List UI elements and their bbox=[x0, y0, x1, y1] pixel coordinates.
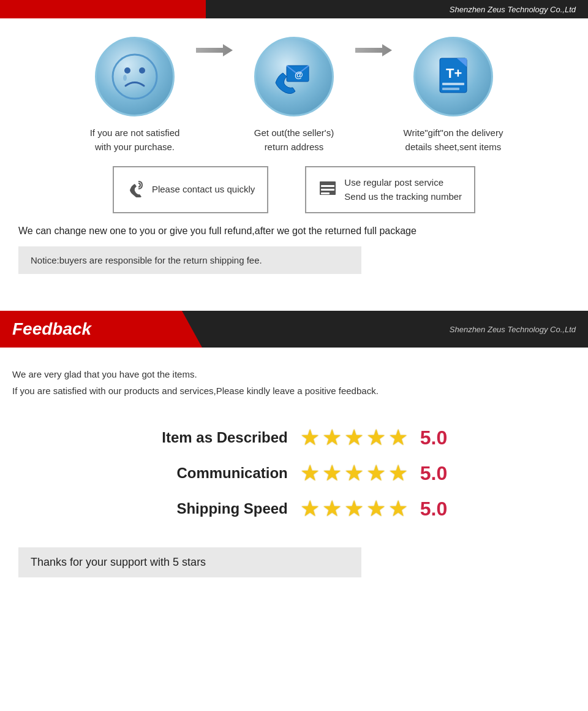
arrow-right-icon bbox=[196, 43, 233, 58]
feedback-intro-line2: If you are satisfied with our products a… bbox=[12, 382, 576, 399]
thanks-box: Thanks for your support with 5 stars bbox=[18, 547, 361, 577]
rating-label-0: Item as Described bbox=[135, 422, 294, 453]
rating-value-0: 5.0 bbox=[414, 422, 453, 453]
rating-stars-2: ★★★★★ bbox=[294, 493, 414, 524]
postal-line1: Use regular post service bbox=[344, 177, 443, 188]
step-1: If you are not satisfiedwith your purcha… bbox=[74, 37, 196, 154]
star-icon: ★ bbox=[388, 460, 408, 486]
star-icon: ★ bbox=[344, 460, 364, 486]
svg-text:T+: T+ bbox=[446, 66, 462, 81]
phone-icon bbox=[126, 179, 145, 197]
action-contact-box: Please contact us quickly bbox=[113, 166, 268, 213]
feedback-intro-line1: We are very glad that you have got the i… bbox=[12, 366, 576, 382]
star-icon: ★ bbox=[300, 460, 320, 486]
feedback-label: Feedback bbox=[0, 311, 202, 348]
rating-stars-1: ★★★★★ bbox=[294, 458, 414, 489]
action-postal-text: Use regular post service Send us the tra… bbox=[344, 176, 462, 203]
phone-email-icon: @ bbox=[270, 52, 318, 101]
steps-row: If you are not satisfiedwith your purcha… bbox=[12, 37, 576, 154]
action-contact-text: Please contact us quickly bbox=[152, 183, 255, 197]
star-icon: ★ bbox=[366, 496, 386, 522]
svg-text:@: @ bbox=[295, 70, 303, 80]
rating-row-0: Item as Described★★★★★5.0 bbox=[135, 422, 453, 453]
postal-service-icon bbox=[318, 179, 337, 201]
feedback-intro: We are very glad that you have got the i… bbox=[12, 366, 576, 399]
feedback-section: We are very glad that you have got the i… bbox=[0, 348, 588, 596]
phone-call-icon bbox=[126, 179, 145, 201]
action-boxes-row: Please contact us quickly Use regular po… bbox=[12, 166, 576, 213]
document-icon-container: T+ bbox=[413, 37, 493, 116]
arrow-2 bbox=[355, 37, 392, 101]
arrow-1 bbox=[196, 37, 233, 101]
star-icon: ★ bbox=[322, 460, 342, 486]
star-icon: ★ bbox=[344, 496, 364, 522]
phone-email-icon-container: @ bbox=[254, 37, 334, 116]
notice-box: Notice:buyers are responsible for the re… bbox=[18, 246, 361, 274]
ratings-table: Item as Described★★★★★5.0Communication★★… bbox=[135, 417, 453, 529]
star-icon: ★ bbox=[366, 425, 386, 451]
svg-marker-7 bbox=[355, 44, 392, 56]
svg-rect-11 bbox=[442, 83, 464, 85]
star-icon: ★ bbox=[388, 425, 408, 451]
rating-stars-0: ★★★★★ bbox=[294, 422, 414, 453]
rating-label-2: Shipping Speed bbox=[135, 493, 294, 524]
svg-rect-14 bbox=[321, 185, 334, 187]
feedback-banner: Feedback Shenzhen Zeus Technology Co.,Lt… bbox=[0, 311, 588, 348]
svg-point-3 bbox=[123, 75, 127, 81]
return-section: If you are not satisfiedwith your purcha… bbox=[0, 18, 588, 286]
refund-text: We can change new one to you or give you… bbox=[12, 226, 576, 237]
header-company: Shenzhen Zeus Technology Co.,Ltd bbox=[450, 5, 576, 14]
star-icon: ★ bbox=[388, 496, 408, 522]
step-2: @ Get out(the seller's)return address bbox=[233, 37, 355, 154]
star-icon: ★ bbox=[366, 460, 386, 486]
action-postal-box: Use regular post service Send us the tra… bbox=[305, 166, 475, 213]
svg-rect-15 bbox=[321, 189, 334, 191]
postal-line2: Send us the tracking number bbox=[344, 191, 462, 202]
star-icon: ★ bbox=[322, 425, 342, 451]
star-icon: ★ bbox=[344, 425, 364, 451]
rating-row-1: Communication★★★★★5.0 bbox=[135, 458, 453, 489]
svg-point-1 bbox=[124, 67, 130, 74]
sad-face-icon-container bbox=[95, 37, 175, 116]
header-banner: Shenzhen Zeus Technology Co.,Ltd bbox=[0, 0, 588, 18]
svg-point-0 bbox=[113, 55, 157, 99]
step-2-text: Get out(the seller's)return address bbox=[254, 126, 334, 154]
rating-value-1: 5.0 bbox=[414, 458, 453, 489]
step-3-text: Write"gift"on the deliverydetails sheet,… bbox=[404, 126, 503, 154]
rating-row-2: Shipping Speed★★★★★5.0 bbox=[135, 493, 453, 524]
sad-face-icon bbox=[110, 52, 159, 101]
lines-icon bbox=[318, 179, 337, 197]
step-3: T+ Write"gift"on the deliverydetails she… bbox=[392, 37, 514, 154]
rating-value-2: 5.0 bbox=[414, 493, 453, 524]
rating-label-1: Communication bbox=[135, 458, 294, 489]
svg-point-2 bbox=[139, 67, 145, 74]
feedback-title: Feedback bbox=[12, 319, 91, 339]
feedback-company: Shenzhen Zeus Technology Co.,Ltd bbox=[450, 325, 576, 334]
arrow-right-2-icon bbox=[355, 43, 392, 58]
svg-marker-4 bbox=[196, 44, 233, 56]
star-icon: ★ bbox=[300, 496, 320, 522]
step-1-text: If you are not satisfiedwith your purcha… bbox=[90, 126, 180, 154]
svg-rect-12 bbox=[442, 88, 459, 90]
star-icon: ★ bbox=[322, 496, 342, 522]
svg-rect-16 bbox=[321, 192, 330, 194]
document-icon: T+ bbox=[429, 52, 478, 101]
star-icon: ★ bbox=[300, 425, 320, 451]
